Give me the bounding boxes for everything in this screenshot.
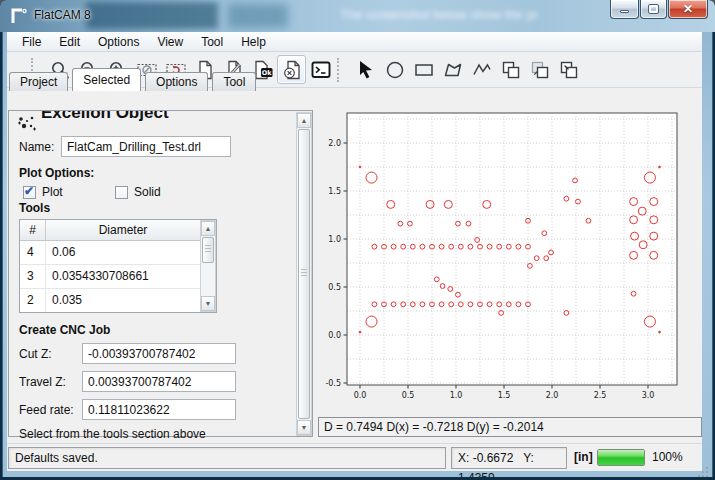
tab-options[interactable]: Options <box>145 72 208 91</box>
menubar: FileEditOptionsViewToolHelp <box>7 32 702 52</box>
coord-x: X: -0.6672 <box>458 451 513 465</box>
tool-row[interactable]: 20.035 <box>20 289 216 313</box>
travel-z-label: Travel Z: <box>19 375 66 389</box>
checkbox-solid[interactable]: Solid <box>115 185 161 199</box>
checkbox-box[interactable]: ✔ <box>23 186 36 199</box>
window-content: FileEditOptionsViewToolHelp Ok ProjectSe… <box>7 32 702 471</box>
scroll-up-icon[interactable]: ▲ <box>297 113 311 128</box>
travel-z-input[interactable] <box>82 371 236 392</box>
tools-table-scrollbar[interactable]: ▲ ▼ <box>200 220 216 312</box>
scroll-down-icon[interactable]: ▼ <box>201 296 215 311</box>
mouse-coordinates: X: -0.6672 Y: 1.4359 <box>451 447 567 469</box>
checkbox-plot[interactable]: ✔Plot <box>23 185 63 199</box>
close-button[interactable]: ✕ <box>668 0 708 19</box>
footer-note: Select from the tools section above <box>19 427 206 441</box>
progress-label: 100% <box>652 450 683 464</box>
tab-selected[interactable]: Selected <box>72 68 141 91</box>
svg-text:0.0: 0.0 <box>328 331 341 340</box>
window-title: FlatCAM 8 <box>34 8 91 22</box>
check-icon: ✔ <box>24 184 34 198</box>
menu-edit[interactable]: Edit <box>50 32 89 52</box>
tools-label: Tools <box>19 201 50 215</box>
svg-text:0.0: 0.0 <box>354 391 367 400</box>
plot-canvas[interactable]: 0.00.51.01.52.02.53.0-0.50.00.51.01.52.0 <box>313 110 702 415</box>
drill-marker <box>659 331 661 333</box>
svg-text:2.5: 2.5 <box>594 391 607 400</box>
tab-tool[interactable]: Tool <box>212 72 256 91</box>
tab-project[interactable]: Project <box>9 72 68 91</box>
maximize-icon <box>649 5 658 13</box>
drill-marker <box>359 331 361 333</box>
tool-row[interactable]: 40.06 <box>20 241 216 265</box>
drill-plot[interactable]: 0.00.51.01.52.02.53.0-0.50.00.51.01.52.0 <box>313 110 702 415</box>
drill-marker <box>659 166 661 168</box>
svg-text:0.5: 0.5 <box>402 391 415 400</box>
background-window-ghost-text: The screenshot below show the pr <box>340 7 538 22</box>
app-icon <box>10 7 28 25</box>
selected-object-panel: Excellon Object Name: Plot Options: ✔Plo… <box>8 110 313 437</box>
panel-title: Excellon Object <box>41 111 261 123</box>
tool-number: 2 <box>20 289 46 312</box>
svg-text:2.0: 2.0 <box>328 139 341 148</box>
cut-z-input[interactable] <box>82 343 236 364</box>
feed-rate-input[interactable] <box>82 399 236 420</box>
progress-fill <box>598 450 644 465</box>
units-indicator: [in] <box>574 450 593 464</box>
aero-glass-blob <box>86 2 218 29</box>
scroll-down-icon[interactable]: ▼ <box>297 420 311 435</box>
svg-text:3.0: 3.0 <box>642 391 655 400</box>
menu-file[interactable]: File <box>13 32 50 52</box>
panel-scrollbar[interactable]: ▲ ▼ <box>296 112 312 436</box>
svg-text:1.5: 1.5 <box>328 187 341 196</box>
statusbar: Defaults saved. X: -0.6672 Y: 1.4359 [in… <box>7 443 702 471</box>
menu-options[interactable]: Options <box>89 32 148 52</box>
checkbox-box[interactable] <box>115 186 128 199</box>
tool-diameter[interactable]: 0.06 <box>46 241 216 264</box>
aero-glass-blob <box>228 4 288 28</box>
flatcam-window: The screenshot below show the pr FlatCAM… <box>0 0 715 480</box>
menu-view[interactable]: View <box>148 32 192 52</box>
col-header-number[interactable]: # <box>20 220 46 240</box>
feed-rate-label: Feed rate: <box>19 403 74 417</box>
tools-table-header: # Diameter <box>20 220 216 241</box>
titlebar[interactable]: The screenshot below show the pr FlatCAM… <box>0 0 715 32</box>
tools-table-body: 40.0630.035433070866120.035 <box>20 241 216 313</box>
progress-bar <box>597 449 645 466</box>
svg-text:-0.5: -0.5 <box>325 379 341 388</box>
drill-marker <box>359 166 361 168</box>
name-input[interactable] <box>61 136 231 157</box>
svg-text:1.0: 1.0 <box>450 391 463 400</box>
tool-number: 3 <box>20 265 46 288</box>
resize-grip[interactable] <box>696 465 698 467</box>
scroll-up-icon[interactable]: ▲ <box>201 221 215 236</box>
checkbox-label: Plot <box>42 185 63 199</box>
col-header-diameter[interactable]: Diameter <box>46 220 200 240</box>
excellon-drill-icon <box>17 114 37 134</box>
svg-text:1.0: 1.0 <box>328 235 341 244</box>
scrollbar-thumb[interactable] <box>298 129 310 419</box>
cnc-section-title: Create CNC Job <box>19 323 110 337</box>
close-icon: ✕ <box>683 2 693 16</box>
maximize-button[interactable] <box>640 0 667 19</box>
tools-table: # Diameter 40.0630.035433070866120.035 ▲… <box>19 219 217 313</box>
minimize-icon <box>620 10 629 13</box>
tool-diameter[interactable]: 0.035 <box>46 289 216 312</box>
menu-tool[interactable]: Tool <box>192 32 232 52</box>
measurement-readout: D = 0.7494 D(x) = -0.7218 D(y) = -0.2014 <box>318 417 702 437</box>
plot-options-label: Plot Options: <box>19 166 94 180</box>
menu-help[interactable]: Help <box>232 32 275 52</box>
tool-row[interactable]: 30.0354330708661 <box>20 265 216 289</box>
panel-title-clip: Excellon Object <box>41 111 261 131</box>
svg-text:1.5: 1.5 <box>498 391 511 400</box>
tool-number: 4 <box>20 241 46 264</box>
svg-text:2.0: 2.0 <box>546 391 559 400</box>
svg-text:0.5: 0.5 <box>328 283 341 292</box>
minimize-button[interactable] <box>610 0 639 19</box>
name-label: Name: <box>19 140 54 154</box>
tab-bar: ProjectSelectedOptionsTool <box>7 68 702 91</box>
tool-diameter[interactable]: 0.0354330708661 <box>46 265 216 288</box>
status-message: Defaults saved. <box>8 447 446 469</box>
checkbox-label: Solid <box>134 185 161 199</box>
cut-z-label: Cut Z: <box>19 347 52 361</box>
scrollbar-thumb[interactable] <box>202 237 214 263</box>
